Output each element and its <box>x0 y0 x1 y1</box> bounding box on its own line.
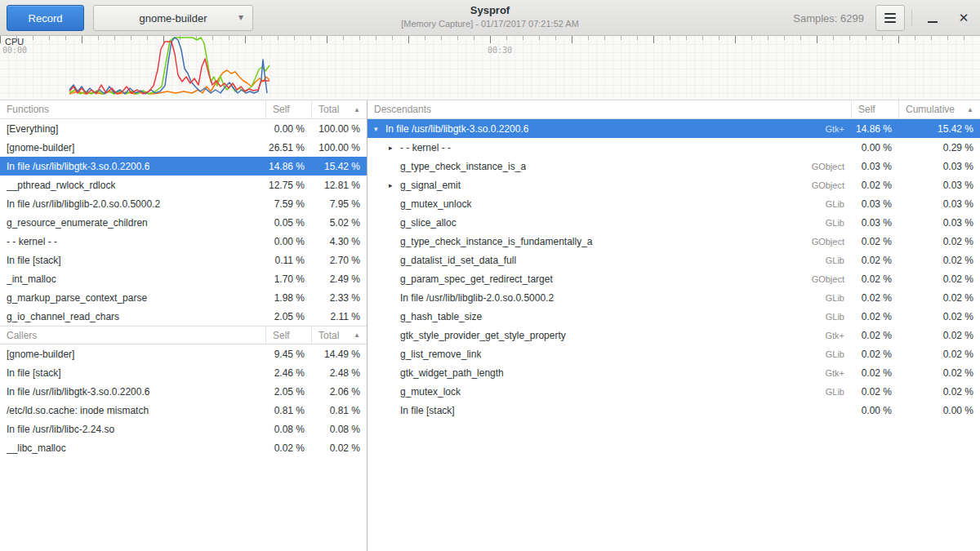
total-percent: 0.81 % <box>311 405 367 416</box>
cumulative-percent: 0.02 % <box>898 236 980 247</box>
descendant-name: In file /usr/lib/libgtk-3.so.0.2200.6 <box>385 123 528 135</box>
self-percent: 0.02 % <box>851 367 898 379</box>
descendants-column-header[interactable]: Descendants <box>368 100 851 118</box>
minimize-button[interactable] <box>920 5 946 31</box>
descendants-row[interactable]: g_slice_allocGLib0.03 %0.03 % <box>368 213 980 232</box>
function-name-cell: g_io_channel_read_chars <box>0 311 265 322</box>
total-percent: 2.06 % <box>311 386 367 398</box>
descendants-row[interactable]: In file [stack]0.00 %0.00 % <box>368 401 980 420</box>
self-percent: 0.03 % <box>851 217 898 229</box>
descendants-row[interactable]: g_mutex_unlockGLib0.03 %0.03 % <box>368 194 980 213</box>
self-percent: 0.03 % <box>851 198 898 210</box>
descendant-name-cell: g_type_check_instance_is_aGObject <box>368 161 851 172</box>
functions-row[interactable]: In file /usr/lib/libglib-2.0.so.0.5000.2… <box>0 194 367 213</box>
expander-open-icon[interactable]: ▾ <box>374 125 385 133</box>
cpu-line-red <box>69 42 270 94</box>
descendants-row[interactable]: g_param_spec_get_redirect_targetGObject0… <box>368 269 980 288</box>
sort-ascending-icon: ▲ <box>350 331 360 339</box>
functions-row[interactable]: g_markup_parse_context_parse1.98 %2.33 % <box>0 288 367 307</box>
descendants-row[interactable]: g_list_remove_linkGLib0.02 %0.02 % <box>368 344 980 363</box>
self-column-header[interactable]: Self <box>265 100 311 118</box>
function-name-cell: g_resource_enumerate_children <box>0 217 265 229</box>
expander-closed-icon[interactable]: ▸ <box>389 144 400 152</box>
time-label-mid: 00:30 <box>488 46 512 55</box>
descendants-row[interactable]: g_type_check_instance_is_aGObject0.03 %0… <box>368 157 980 176</box>
self-percent: 1.70 % <box>265 273 311 285</box>
cumulative-percent: 15.42 % <box>898 123 980 135</box>
library-tag: GLib <box>817 387 851 397</box>
self-percent: 1.98 % <box>265 292 311 304</box>
functions-row[interactable]: g_io_channel_read_chars2.05 %2.11 % <box>0 307 367 326</box>
functions-row[interactable]: In file [stack]0.11 %2.70 % <box>0 251 367 269</box>
header-separator <box>911 10 912 26</box>
functions-header-row: Functions Self Total ▲ <box>0 100 367 119</box>
self-percent: 0.05 % <box>265 217 311 229</box>
functions-column-header[interactable]: Functions <box>0 100 265 118</box>
functions-row[interactable]: In file /usr/lib/libgtk-3.so.0.2200.614.… <box>0 157 367 176</box>
callers-row[interactable]: In file /usr/lib/libc-2.24.so0.08 %0.08 … <box>0 420 367 438</box>
functions-row[interactable]: __pthread_rwlock_rdlock12.75 %12.81 % <box>0 176 367 194</box>
hamburger-menu-button[interactable] <box>875 5 905 31</box>
descendant-name-cell: g_hash_table_sizeGLib <box>368 311 851 322</box>
window-title-box: Sysprof [Memory Capture] - 01/17/2017 07… <box>261 4 719 29</box>
descendants-row[interactable]: g_datalist_id_set_data_fullGLib0.02 %0.0… <box>368 251 980 269</box>
descendants-row[interactable]: ▾In file /usr/lib/libgtk-3.so.0.2200.6Gt… <box>368 119 980 138</box>
function-name-cell: __pthread_rwlock_rdlock <box>0 180 265 191</box>
descendants-row[interactable]: In file /usr/lib/libglib-2.0.so.0.5000.2… <box>368 288 980 307</box>
descendants-row[interactable]: g_type_check_instance_is_fundamentally_a… <box>368 232 980 251</box>
descendant-name: g_type_check_instance_is_a <box>400 161 526 172</box>
functions-row[interactable]: [gnome-builder]26.51 %100.00 % <box>0 138 367 157</box>
descendant-name-cell: g_mutex_unlockGLib <box>368 198 851 210</box>
total-percent: 5.02 % <box>311 217 367 229</box>
functions-row[interactable]: g_resource_enumerate_children0.05 %5.02 … <box>0 213 367 232</box>
cumulative-percent: 0.02 % <box>898 255 980 266</box>
cumulative-percent: 0.29 % <box>898 142 980 153</box>
self-percent: 0.02 % <box>851 330 898 341</box>
total-percent: 12.81 % <box>311 180 367 191</box>
process-selector-dropdown[interactable]: gnome-builder ▾ <box>93 5 253 31</box>
descendants-row[interactable]: ▸- - kernel - -0.00 %0.29 % <box>368 138 980 157</box>
self-percent: 14.86 % <box>851 123 898 135</box>
cumulative-percent: 0.02 % <box>898 330 980 341</box>
descendant-name-cell: g_datalist_id_set_data_fullGLib <box>368 255 851 266</box>
descendant-name: g_hash_table_size <box>400 311 482 322</box>
callers-row[interactable]: In file /usr/lib/libgtk-3.so.0.2200.62.0… <box>0 382 367 401</box>
descendants-row[interactable]: gtk_style_provider_get_style_propertyGtk… <box>368 326 980 344</box>
self-percent: 0.02 % <box>851 180 898 191</box>
self-column-header[interactable]: Self <box>851 100 898 118</box>
samples-count: Samples: 6299 <box>793 0 864 36</box>
total-column-header[interactable]: Total ▲ <box>311 327 367 344</box>
function-name-cell: __libc_malloc <box>0 442 265 454</box>
library-tag: GLib <box>817 293 851 303</box>
descendant-name-cell: In file /usr/lib/libglib-2.0.so.0.5000.2… <box>368 292 851 304</box>
functions-row[interactable]: _int_malloc1.70 %2.49 % <box>0 269 367 288</box>
function-name-cell: In file /usr/lib/libc-2.24.so <box>0 424 265 435</box>
descendant-name: g_mutex_lock <box>400 386 461 398</box>
descendants-row[interactable]: g_hash_table_sizeGLib0.02 %0.02 % <box>368 307 980 326</box>
cumulative-percent: 0.03 % <box>898 180 980 191</box>
expander-closed-icon[interactable]: ▸ <box>389 181 400 189</box>
descendant-name: gtk_widget_path_length <box>400 367 504 379</box>
callers-row[interactable]: [gnome-builder]9.45 %14.49 % <box>0 344 367 363</box>
descendants-row[interactable]: gtk_widget_path_lengthGtk+0.02 %0.02 % <box>368 363 980 382</box>
self-percent: 7.59 % <box>265 198 311 210</box>
function-name: __libc_malloc <box>7 442 66 454</box>
library-tag: GObject <box>804 274 851 284</box>
descendants-row[interactable]: g_mutex_lockGLib0.02 %0.02 % <box>368 382 980 401</box>
callers-column-header[interactable]: Callers <box>0 327 265 344</box>
functions-row[interactable]: - - kernel - -0.00 %4.30 % <box>0 232 367 251</box>
cpu-timeline-graph[interactable]: CPU 00:00 00:30 <box>0 36 980 100</box>
descendant-name-cell: g_mutex_lockGLib <box>368 386 851 398</box>
callers-row[interactable]: In file [stack]2.46 %2.48 % <box>0 363 367 382</box>
close-button[interactable]: ✕ <box>951 5 977 31</box>
descendants-row[interactable]: ▸g_signal_emitGObject0.02 %0.03 % <box>368 176 980 194</box>
function-name: [gnome-builder] <box>7 349 74 360</box>
library-tag: GObject <box>804 237 851 247</box>
functions-row[interactable]: [Everything]0.00 %100.00 % <box>0 119 367 138</box>
self-column-header[interactable]: Self <box>265 327 311 344</box>
callers-row[interactable]: __libc_malloc0.02 %0.02 % <box>0 438 367 457</box>
total-column-header[interactable]: Total ▲ <box>311 100 367 118</box>
cumulative-column-header[interactable]: Cumulative ▲ <box>898 100 980 118</box>
callers-row[interactable]: /etc/ld.so.cache: inode mismatch0.81 %0.… <box>0 401 367 420</box>
record-button[interactable]: Record <box>7 5 84 31</box>
